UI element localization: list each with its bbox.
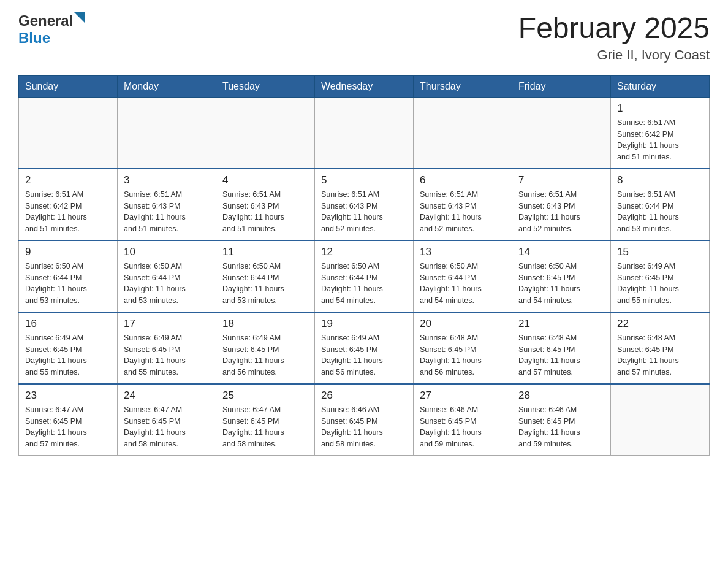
calendar-cell: 8Sunrise: 6:51 AM Sunset: 6:44 PM Daylig…	[611, 169, 710, 240]
logo-general-text: General	[18, 12, 73, 29]
day-info: Sunrise: 6:51 AM Sunset: 6:43 PM Dayligh…	[420, 189, 506, 235]
month-year-title: February 2025	[518, 12, 710, 45]
calendar-cell: 11Sunrise: 6:50 AM Sunset: 6:44 PM Dayli…	[216, 240, 315, 312]
day-info: Sunrise: 6:48 AM Sunset: 6:45 PM Dayligh…	[617, 332, 703, 378]
calendar-cell: 4Sunrise: 6:51 AM Sunset: 6:43 PM Daylig…	[216, 169, 315, 240]
page-header: General Blue February 2025 Grie II, Ivor…	[18, 12, 710, 63]
day-info: Sunrise: 6:47 AM Sunset: 6:45 PM Dayligh…	[25, 404, 111, 450]
day-number: 3	[124, 174, 210, 186]
day-info: Sunrise: 6:49 AM Sunset: 6:45 PM Dayligh…	[222, 332, 308, 378]
svg-marker-0	[74, 12, 85, 23]
calendar-cell: 13Sunrise: 6:50 AM Sunset: 6:44 PM Dayli…	[414, 240, 512, 312]
day-info: Sunrise: 6:50 AM Sunset: 6:44 PM Dayligh…	[124, 261, 210, 307]
day-info: Sunrise: 6:48 AM Sunset: 6:45 PM Dayligh…	[518, 332, 604, 378]
day-info: Sunrise: 6:49 AM Sunset: 6:45 PM Dayligh…	[25, 332, 111, 378]
calendar-cell	[315, 97, 414, 169]
calendar-cell	[19, 97, 118, 169]
header-sunday: Sunday	[19, 75, 118, 97]
day-number: 14	[518, 246, 604, 258]
day-number: 10	[124, 246, 210, 258]
day-number: 11	[222, 246, 308, 258]
header-tuesday: Tuesday	[216, 75, 315, 97]
calendar-cell: 1Sunrise: 6:51 AM Sunset: 6:42 PM Daylig…	[611, 97, 710, 169]
day-number: 12	[321, 246, 407, 258]
day-info: Sunrise: 6:51 AM Sunset: 6:44 PM Dayligh…	[617, 189, 703, 235]
calendar-cell	[414, 97, 512, 169]
calendar-cell: 18Sunrise: 6:49 AM Sunset: 6:45 PM Dayli…	[216, 312, 315, 384]
calendar-cell	[216, 97, 315, 169]
calendar-cell: 22Sunrise: 6:48 AM Sunset: 6:45 PM Dayli…	[611, 312, 710, 384]
day-info: Sunrise: 6:51 AM Sunset: 6:42 PM Dayligh…	[25, 189, 111, 235]
day-number: 22	[617, 318, 703, 330]
header-thursday: Thursday	[414, 75, 512, 97]
week-row-3: 9Sunrise: 6:50 AM Sunset: 6:44 PM Daylig…	[19, 240, 710, 312]
week-row-2: 2Sunrise: 6:51 AM Sunset: 6:42 PM Daylig…	[19, 169, 710, 240]
calendar-cell: 25Sunrise: 6:47 AM Sunset: 6:45 PM Dayli…	[216, 384, 315, 456]
day-info: Sunrise: 6:50 AM Sunset: 6:44 PM Dayligh…	[222, 261, 308, 307]
day-number: 28	[518, 389, 604, 402]
day-number: 20	[420, 318, 506, 330]
day-number: 21	[518, 318, 604, 330]
day-number: 25	[222, 389, 308, 402]
day-number: 16	[25, 318, 111, 330]
header-monday: Monday	[118, 75, 216, 97]
day-number: 19	[321, 318, 407, 330]
day-info: Sunrise: 6:49 AM Sunset: 6:45 PM Dayligh…	[124, 332, 210, 378]
calendar-cell: 23Sunrise: 6:47 AM Sunset: 6:45 PM Dayli…	[19, 384, 118, 456]
week-row-1: 1Sunrise: 6:51 AM Sunset: 6:42 PM Daylig…	[19, 97, 710, 169]
day-info: Sunrise: 6:48 AM Sunset: 6:45 PM Dayligh…	[420, 332, 506, 378]
calendar-cell: 16Sunrise: 6:49 AM Sunset: 6:45 PM Dayli…	[19, 312, 118, 384]
calendar-cell: 5Sunrise: 6:51 AM Sunset: 6:43 PM Daylig…	[315, 169, 414, 240]
day-info: Sunrise: 6:51 AM Sunset: 6:42 PM Dayligh…	[617, 117, 703, 163]
weekday-header-row: Sunday Monday Tuesday Wednesday Thursday…	[19, 75, 710, 97]
day-info: Sunrise: 6:50 AM Sunset: 6:45 PM Dayligh…	[518, 261, 604, 307]
title-block: February 2025 Grie II, Ivory Coast	[518, 12, 710, 63]
calendar-cell: 28Sunrise: 6:46 AM Sunset: 6:45 PM Dayli…	[512, 384, 611, 456]
day-info: Sunrise: 6:47 AM Sunset: 6:45 PM Dayligh…	[124, 404, 210, 450]
day-number: 17	[124, 318, 210, 330]
day-number: 6	[420, 174, 506, 186]
header-friday: Friday	[512, 75, 611, 97]
calendar-cell: 27Sunrise: 6:46 AM Sunset: 6:45 PM Dayli…	[414, 384, 512, 456]
calendar-table: Sunday Monday Tuesday Wednesday Thursday…	[18, 75, 710, 456]
day-number: 5	[321, 174, 407, 186]
day-info: Sunrise: 6:51 AM Sunset: 6:43 PM Dayligh…	[321, 189, 407, 235]
day-info: Sunrise: 6:50 AM Sunset: 6:44 PM Dayligh…	[420, 261, 506, 307]
calendar-cell: 3Sunrise: 6:51 AM Sunset: 6:43 PM Daylig…	[118, 169, 216, 240]
day-info: Sunrise: 6:46 AM Sunset: 6:45 PM Dayligh…	[518, 404, 604, 450]
day-number: 4	[222, 174, 308, 186]
day-info: Sunrise: 6:49 AM Sunset: 6:45 PM Dayligh…	[321, 332, 407, 378]
calendar-cell: 9Sunrise: 6:50 AM Sunset: 6:44 PM Daylig…	[19, 240, 118, 312]
day-info: Sunrise: 6:47 AM Sunset: 6:45 PM Dayligh…	[222, 404, 308, 450]
header-saturday: Saturday	[611, 75, 710, 97]
day-number: 26	[321, 389, 407, 402]
calendar-cell: 20Sunrise: 6:48 AM Sunset: 6:45 PM Dayli…	[414, 312, 512, 384]
day-info: Sunrise: 6:51 AM Sunset: 6:43 PM Dayligh…	[222, 189, 308, 235]
location-subtitle: Grie II, Ivory Coast	[518, 47, 710, 63]
logo: General Blue	[18, 12, 88, 47]
calendar-cell: 26Sunrise: 6:46 AM Sunset: 6:45 PM Dayli…	[315, 384, 414, 456]
day-number: 24	[124, 389, 210, 402]
day-number: 9	[25, 246, 111, 258]
day-info: Sunrise: 6:46 AM Sunset: 6:45 PM Dayligh…	[420, 404, 506, 450]
week-row-4: 16Sunrise: 6:49 AM Sunset: 6:45 PM Dayli…	[19, 312, 710, 384]
calendar-cell	[118, 97, 216, 169]
day-info: Sunrise: 6:50 AM Sunset: 6:44 PM Dayligh…	[321, 261, 407, 307]
day-number: 2	[25, 174, 111, 186]
calendar-cell: 12Sunrise: 6:50 AM Sunset: 6:44 PM Dayli…	[315, 240, 414, 312]
calendar-cell: 24Sunrise: 6:47 AM Sunset: 6:45 PM Dayli…	[118, 384, 216, 456]
header-wednesday: Wednesday	[315, 75, 414, 97]
day-number: 23	[25, 389, 111, 402]
day-number: 13	[420, 246, 506, 258]
calendar-cell: 17Sunrise: 6:49 AM Sunset: 6:45 PM Dayli…	[118, 312, 216, 384]
calendar-cell: 7Sunrise: 6:51 AM Sunset: 6:43 PM Daylig…	[512, 169, 611, 240]
day-info: Sunrise: 6:50 AM Sunset: 6:44 PM Dayligh…	[25, 261, 111, 307]
calendar-cell: 15Sunrise: 6:49 AM Sunset: 6:45 PM Dayli…	[611, 240, 710, 312]
day-info: Sunrise: 6:49 AM Sunset: 6:45 PM Dayligh…	[617, 261, 703, 307]
day-number: 7	[518, 174, 604, 186]
day-info: Sunrise: 6:51 AM Sunset: 6:43 PM Dayligh…	[124, 189, 210, 235]
day-info: Sunrise: 6:51 AM Sunset: 6:43 PM Dayligh…	[518, 189, 604, 235]
calendar-cell: 6Sunrise: 6:51 AM Sunset: 6:43 PM Daylig…	[414, 169, 512, 240]
calendar-cell: 14Sunrise: 6:50 AM Sunset: 6:45 PM Dayli…	[512, 240, 611, 312]
logo-arrow-icon	[74, 12, 88, 26]
